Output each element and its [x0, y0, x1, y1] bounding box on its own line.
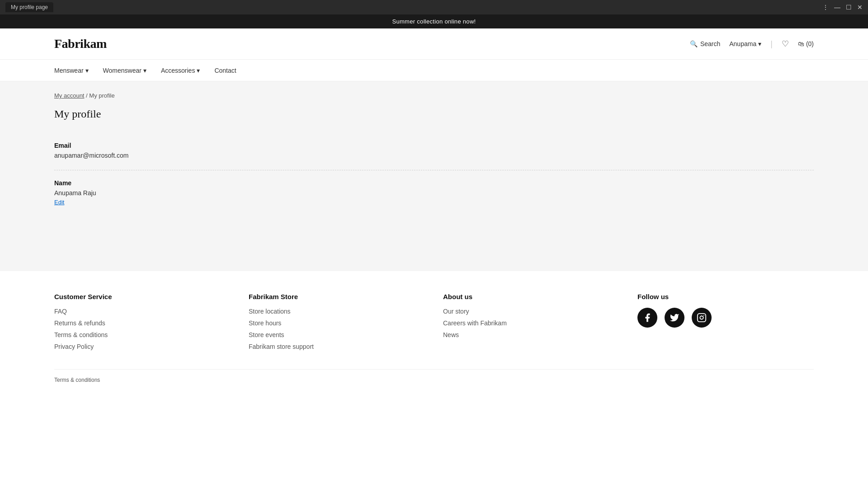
- header-actions: 🔍 Search Anupama ▾ | ♡ 🛍 (0): [690, 39, 814, 49]
- twitter-icon[interactable]: [665, 308, 684, 328]
- footer-careers-link[interactable]: Careers with Fabrikam: [443, 319, 619, 327]
- footer-cs-title: Customer Service: [54, 293, 231, 300]
- email-field-section: Email anupamar@microsoft.com: [54, 133, 814, 170]
- browser-menu-icon[interactable]: ⋮: [822, 4, 829, 11]
- nav-item-accessories[interactable]: Accessories ▾: [161, 61, 200, 80]
- announcement-bar: Summer collection online now!: [0, 14, 868, 28]
- footer-store-hours-link[interactable]: Store hours: [249, 319, 425, 327]
- email-value: anupamar@microsoft.com: [54, 152, 814, 159]
- instagram-icon[interactable]: [692, 308, 712, 328]
- nav-contact-label: Contact: [214, 67, 236, 74]
- footer-about-us: About us Our story Careers with Fabrikam…: [443, 293, 619, 355]
- minimize-button[interactable]: —: [834, 4, 840, 11]
- footer-bottom-terms-link[interactable]: Terms & conditions: [54, 377, 100, 383]
- footer-terms-link[interactable]: Terms & conditions: [54, 331, 231, 338]
- cart-count: (0): [806, 40, 814, 47]
- breadcrumb: My account / My profile: [54, 92, 814, 99]
- profile-section: Email anupamar@microsoft.com Name Anupam…: [54, 133, 814, 215]
- nav-menswear-label: Menswear: [54, 67, 84, 74]
- main-content: My account / My profile My profile Email…: [0, 81, 868, 271]
- nav-item-womenswear[interactable]: Womenswear ▾: [103, 61, 146, 80]
- maximize-button[interactable]: ☐: [846, 4, 852, 11]
- site-header: Fabrikam 🔍 Search Anupama ▾ | ♡ 🛍 (0): [0, 28, 868, 60]
- footer-news-link[interactable]: News: [443, 331, 619, 338]
- site-logo[interactable]: Fabrikam: [54, 37, 107, 51]
- breadcrumb-current: My profile: [89, 92, 114, 99]
- footer-returns-link[interactable]: Returns & refunds: [54, 319, 231, 327]
- name-label: Name: [54, 179, 814, 187]
- user-name: Anupama: [729, 40, 756, 47]
- browser-chrome: My profile page ⋮ — ☐ ✕: [0, 0, 868, 14]
- social-icons: [637, 308, 814, 328]
- page-title: My profile: [54, 108, 814, 120]
- nav-womenswear-chevron: ▾: [143, 67, 146, 74]
- browser-controls: ⋮ — ☐ ✕: [822, 4, 863, 11]
- breadcrumb-account-link[interactable]: My account: [54, 92, 84, 99]
- user-menu[interactable]: Anupama ▾: [729, 40, 761, 47]
- facebook-icon[interactable]: [637, 308, 657, 328]
- edit-name-link[interactable]: Edit: [54, 199, 64, 206]
- nav-accessories-chevron: ▾: [197, 67, 200, 74]
- footer-store-title: Fabrikam Store: [249, 293, 425, 300]
- footer-our-story-link[interactable]: Our story: [443, 308, 619, 315]
- nav-menswear-chevron: ▾: [85, 67, 89, 74]
- footer-follow-title: Follow us: [637, 293, 814, 300]
- nav-womenswear-label: Womenswear: [103, 67, 142, 74]
- footer-customer-service: Customer Service FAQ Returns & refunds T…: [54, 293, 231, 355]
- announcement-text: Summer collection online now!: [392, 18, 476, 25]
- close-button[interactable]: ✕: [857, 4, 863, 11]
- wishlist-button[interactable]: ♡: [782, 39, 789, 49]
- nav-item-menswear[interactable]: Menswear ▾: [54, 61, 89, 80]
- email-label: Email: [54, 142, 814, 149]
- footer-store-events-link[interactable]: Store events: [249, 331, 425, 338]
- cart-icon: 🛍: [798, 40, 804, 47]
- footer-grid: Customer Service FAQ Returns & refunds T…: [54, 293, 814, 355]
- browser-tab-title: My profile page: [11, 4, 48, 10]
- name-value: Anupama Raju: [54, 189, 814, 197]
- footer-about-title: About us: [443, 293, 619, 300]
- site-nav: Menswear ▾ Womenswear ▾ Accessories ▾ Co…: [0, 60, 868, 81]
- chevron-down-icon: ▾: [758, 40, 761, 47]
- header-divider: |: [770, 39, 773, 49]
- footer-store-support-link[interactable]: Fabrikam store support: [249, 343, 425, 350]
- svg-rect-0: [698, 314, 706, 322]
- footer-bottom: Terms & conditions: [54, 369, 814, 383]
- footer-privacy-link[interactable]: Privacy Policy: [54, 343, 231, 350]
- footer-follow-us: Follow us: [637, 293, 814, 355]
- cart-button[interactable]: 🛍 (0): [798, 40, 814, 47]
- nav-accessories-label: Accessories: [161, 67, 195, 74]
- search-label: Search: [700, 40, 720, 47]
- search-icon: 🔍: [690, 40, 698, 47]
- footer-fabrikam-store: Fabrikam Store Store locations Store hou…: [249, 293, 425, 355]
- nav-item-contact[interactable]: Contact: [214, 61, 236, 80]
- site-footer: Customer Service FAQ Returns & refunds T…: [0, 271, 868, 398]
- browser-tab[interactable]: My profile page: [5, 2, 53, 12]
- name-field-section: Name Anupama Raju Edit: [54, 170, 814, 215]
- search-button[interactable]: 🔍 Search: [690, 40, 720, 47]
- footer-faq-link[interactable]: FAQ: [54, 308, 231, 315]
- footer-store-locations-link[interactable]: Store locations: [249, 308, 425, 315]
- browser-tab-bar: My profile page: [5, 2, 53, 12]
